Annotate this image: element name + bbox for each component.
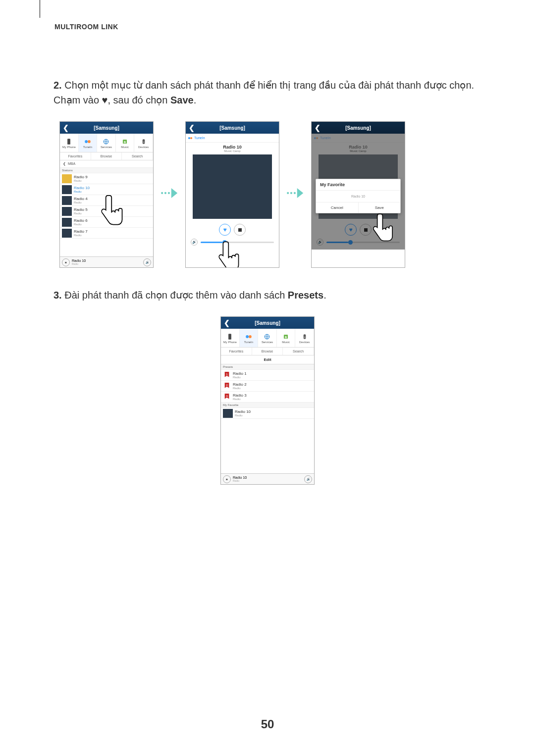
station-thumb: [62, 174, 72, 183]
devices-tab[interactable]: Devices: [134, 134, 153, 152]
back-chevron-icon[interactable]: ❮: [186, 124, 198, 132]
now-playing-bar[interactable]: ■ Radio 10Radio 🔊: [60, 256, 153, 267]
preset-row[interactable]: 2Radio 2Radio: [221, 381, 314, 392]
station-thumb: [62, 207, 72, 216]
heart-icon: ♥: [223, 226, 226, 233]
app-title-bar: ❮ [Samsung]: [60, 122, 153, 134]
player-controls: ♥: [186, 219, 279, 239]
station-thumb: [223, 409, 233, 418]
app-title-bar: ❮ [Samsung]: [312, 122, 405, 134]
tab-search[interactable]: Search: [122, 152, 153, 160]
tab-search[interactable]: Search: [283, 348, 314, 355]
music-tab[interactable]: aMusic: [116, 134, 135, 152]
svg-point-1: [85, 140, 88, 143]
volume-icon[interactable]: 🔊: [191, 239, 198, 246]
svg-point-9: [188, 137, 190, 139]
station-row[interactable]: Radio 6Radio: [60, 217, 153, 228]
tunein-header[interactable]: TuneIn: [186, 134, 279, 143]
volume-row: 🔊: [186, 239, 279, 250]
album-art: [193, 154, 272, 219]
breadcrumb[interactable]: ❮ MBA: [60, 160, 153, 168]
svg-marker-11: [297, 188, 304, 198]
svg-point-2: [88, 140, 91, 143]
tab-browse[interactable]: Browse: [91, 152, 122, 160]
stop-button[interactable]: [234, 224, 246, 236]
svg-text:a: a: [285, 335, 287, 339]
svg-rect-0: [67, 139, 70, 145]
my-phone-tab[interactable]: My Phone: [221, 329, 240, 347]
sub-tab-row: Favorites Browse Search: [60, 152, 153, 160]
station-thumb: [62, 185, 72, 194]
now-playing-bar[interactable]: ■ Radio 10Radio 🔊: [221, 473, 314, 484]
title-bar-text: [Samsung]: [198, 125, 279, 131]
tab-browse[interactable]: Browse: [252, 348, 283, 355]
svg-rect-14: [228, 334, 231, 340]
favorite-row[interactable]: Radio 10Radio: [221, 408, 314, 419]
source-tab-row: My Phone TuneIn Services aMusic Devices: [60, 134, 153, 152]
back-chevron-icon[interactable]: ❮: [221, 319, 233, 327]
favorite-heart-button[interactable]: ♥: [219, 224, 231, 236]
modal-title: My Favorite: [316, 179, 400, 191]
screenshot-station-list: ❮ [Samsung] My Phone TuneIn Services aMu…: [59, 121, 154, 268]
tab-favorites[interactable]: Favorites: [60, 152, 91, 160]
services-tab[interactable]: Services: [97, 134, 116, 152]
tunein-tab[interactable]: TuneIn: [240, 329, 259, 347]
svg-point-10: [190, 137, 192, 139]
stop-icon[interactable]: ■: [62, 258, 70, 266]
station-thumb: [62, 229, 72, 238]
station-row-selected[interactable]: Radio 10Radio: [60, 184, 153, 195]
page-margin-line: [40, 0, 40, 18]
heart-icon: ♥: [102, 95, 108, 105]
page-header: MULTIROOM LINK: [54, 23, 495, 31]
app-title-bar: ❮ [Samsung]: [221, 317, 314, 329]
station-row[interactable]: Radio 9Radio: [60, 173, 153, 184]
section-my-favorite: My Favorite: [221, 403, 314, 408]
step-3-number: 3.: [54, 290, 62, 301]
speaker-icon[interactable]: 🔊: [143, 258, 151, 266]
station-row[interactable]: Radio 7Radio: [60, 228, 153, 239]
step-3-text: 3. Đài phát thanh đã chọn được thêm vào …: [54, 288, 495, 302]
tab-favorites[interactable]: Favorites: [221, 348, 252, 355]
svg-point-15: [246, 335, 249, 338]
section-presets: Presets: [221, 364, 314, 370]
screenshot-save-dialog: ❮ [Samsung] TuneIn Radio 10 Music Camp ♥…: [311, 121, 405, 268]
preset-row[interactable]: 1Radio 1Radio: [221, 370, 314, 381]
now-playing-header: Radio 10 Music Camp: [186, 143, 279, 154]
page-number: 50: [0, 717, 535, 731]
svg-text:2: 2: [226, 383, 228, 387]
app-title-bar: ❮ [Samsung]: [186, 122, 279, 134]
flag-icon: 1: [224, 372, 230, 379]
svg-text:1: 1: [226, 372, 228, 376]
svg-point-21: [304, 336, 306, 338]
modal-body: Radio 10: [316, 191, 400, 202]
svg-text:3: 3: [226, 394, 228, 398]
music-tab[interactable]: aMusic: [277, 329, 296, 347]
devices-tab[interactable]: Devices: [295, 329, 314, 347]
arrow-right-icon: •••: [160, 188, 179, 198]
edit-button[interactable]: Edit: [221, 355, 314, 364]
screenshot-presets-list: ❮ [Samsung] My Phone TuneIn Services aMu…: [220, 316, 315, 485]
back-chevron-icon[interactable]: ❮: [312, 124, 323, 132]
save-button[interactable]: Save: [358, 202, 401, 213]
station-thumb: [62, 196, 72, 205]
services-tab[interactable]: Services: [258, 329, 277, 347]
back-chevron-icon[interactable]: ❮: [60, 124, 72, 132]
section-stations: Stations: [60, 168, 153, 173]
screenshot-row-1: ❮ [Samsung] My Phone TuneIn Services aMu…: [59, 121, 495, 268]
preset-row[interactable]: 3Radio 3Radio: [221, 392, 314, 403]
tunein-tab[interactable]: TuneIn: [79, 134, 98, 152]
arrow-right-icon: •••: [285, 188, 305, 198]
cancel-button[interactable]: Cancel: [316, 202, 358, 213]
save-modal: My Favorite Radio 10 Cancel Save: [316, 179, 401, 213]
stop-icon[interactable]: ■: [223, 475, 231, 483]
speaker-icon[interactable]: 🔊: [304, 475, 312, 483]
flag-icon: 3: [224, 394, 230, 401]
my-phone-tab[interactable]: My Phone: [60, 134, 79, 152]
station-row[interactable]: Radio 4Radio: [60, 195, 153, 206]
svg-text:a: a: [124, 140, 126, 144]
stop-icon: [238, 228, 242, 232]
step-2-text: 2. Chọn một mục từ danh sách phát thanh …: [54, 78, 495, 107]
source-tab-row: My Phone TuneIn Services aMusic Devices: [221, 329, 314, 348]
station-row[interactable]: Radio 5Radio: [60, 206, 153, 217]
volume-slider[interactable]: [201, 242, 274, 243]
